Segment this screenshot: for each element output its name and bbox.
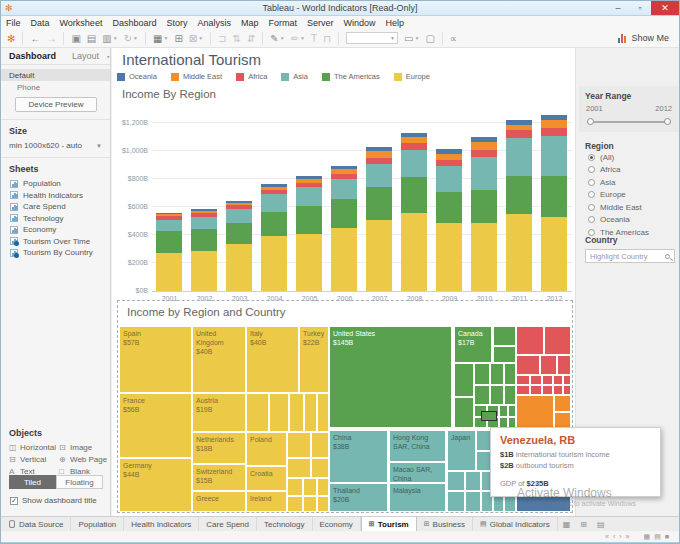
treemap-cell[interactable] bbox=[530, 385, 542, 395]
bar-segment-africa-2004[interactable] bbox=[261, 190, 287, 194]
bar-segment-the-americas-2003[interactable] bbox=[226, 223, 252, 244]
new-worksheet-button[interactable]: ▦ bbox=[558, 517, 576, 531]
status-nav-icon[interactable]: ▦ bbox=[642, 533, 653, 541]
treemap-cell[interactable] bbox=[563, 375, 571, 385]
device-phone-item[interactable]: Phone bbox=[1, 81, 110, 93]
bar-segment-oceania-2001[interactable] bbox=[156, 213, 182, 214]
treemap-cell[interactable] bbox=[287, 458, 311, 478]
bar-segment-oceania-2010[interactable] bbox=[471, 137, 497, 142]
new-dashboard-button[interactable]: ⊞ bbox=[575, 517, 592, 531]
bar-segment-oceania-2002[interactable] bbox=[191, 209, 217, 211]
bar-segment-asia-2012[interactable] bbox=[541, 136, 567, 177]
treemap-cell[interactable] bbox=[490, 363, 504, 385]
sheet-item-care-spend[interactable]: Care Spend bbox=[1, 201, 110, 213]
object-image[interactable]: ⊡Image bbox=[59, 443, 109, 452]
treemap-cell[interactable] bbox=[493, 346, 516, 363]
bar-segment-europe-2005[interactable] bbox=[296, 234, 322, 291]
bar-segment-the-americas-2008[interactable] bbox=[401, 177, 427, 213]
region-option-asia[interactable]: Asia bbox=[579, 176, 679, 189]
tab-tourism[interactable]: ⊞Tourism bbox=[361, 517, 417, 531]
legend-item-africa[interactable]: Africa bbox=[236, 72, 267, 81]
tab-population[interactable]: Population bbox=[71, 517, 124, 531]
treemap-cell-austria[interactable]: Austria$19B bbox=[192, 393, 246, 432]
treemap-cell-thailand[interactable]: Thailand$20B bbox=[329, 483, 388, 512]
show-me-button[interactable]: Show Me bbox=[618, 33, 669, 43]
bar-segment-oceania-2011[interactable] bbox=[506, 120, 532, 125]
treemap-cell[interactable] bbox=[504, 385, 516, 405]
treemap-cell-germany[interactable]: Germany$44B bbox=[119, 458, 192, 512]
tab-business[interactable]: ⊞Business bbox=[417, 517, 473, 531]
bar-segment-the-americas-2010[interactable] bbox=[471, 190, 497, 224]
object-vertical[interactable]: ⊟Vertical bbox=[9, 455, 59, 464]
treemap-cell[interactable] bbox=[516, 326, 544, 355]
slider-handle-left[interactable] bbox=[587, 118, 594, 125]
treemap-cell[interactable] bbox=[474, 363, 490, 385]
treemap-cell[interactable] bbox=[317, 393, 329, 432]
bar-segment-asia-2002[interactable] bbox=[191, 217, 217, 229]
menu-server[interactable]: Server bbox=[302, 18, 339, 28]
legend-item-asia[interactable]: Asia bbox=[281, 72, 308, 81]
new-worksheet-icon[interactable]: ▦▼ bbox=[150, 33, 171, 44]
bar-segment-middle-east-2012[interactable] bbox=[541, 120, 567, 128]
menu-analysis[interactable]: Analysis bbox=[192, 18, 236, 28]
treemap-cell[interactable] bbox=[553, 375, 563, 385]
region-option-africa[interactable]: Africa bbox=[579, 164, 679, 177]
swap-icon[interactable]: ⊐ bbox=[215, 33, 229, 44]
bar-segment-asia-2010[interactable] bbox=[471, 157, 497, 190]
undo-icon[interactable]: ← bbox=[27, 33, 43, 44]
treemap-cell[interactable] bbox=[317, 478, 329, 496]
bar-segment-middle-east-2011[interactable] bbox=[506, 125, 532, 131]
bar-segment-europe-2006[interactable] bbox=[331, 228, 357, 291]
treemap-cell-malaysia[interactable]: Malaysia bbox=[389, 483, 446, 512]
fix-axes-icon[interactable]: ⊓ bbox=[320, 33, 334, 44]
bar-segment-europe-2004[interactable] bbox=[261, 236, 287, 291]
menu-file[interactable]: File bbox=[1, 18, 26, 28]
treemap-cell[interactable] bbox=[553, 385, 563, 395]
menu-story[interactable]: Story bbox=[161, 18, 192, 28]
bar-segment-asia-2003[interactable] bbox=[226, 209, 252, 223]
treemap-cell-ireland[interactable]: Ireland bbox=[246, 491, 287, 512]
treemap-cell[interactable] bbox=[493, 326, 516, 346]
bar-segment-the-americas-2004[interactable] bbox=[261, 212, 287, 237]
bar-segment-the-americas-2012[interactable] bbox=[541, 176, 567, 217]
menu-map[interactable]: Map bbox=[236, 18, 264, 28]
redo-icon[interactable]: → bbox=[43, 33, 59, 44]
fit-axis-icon[interactable]: ▭▼ bbox=[401, 33, 422, 44]
status-nav-icon[interactable]: « bbox=[603, 533, 611, 540]
status-nav-icon[interactable]: ■ bbox=[663, 533, 671, 540]
bar-segment-the-americas-2007[interactable] bbox=[366, 187, 392, 219]
size-dropdown[interactable]: min 1000x620 - auto ▼ bbox=[9, 141, 102, 150]
fit-dropdown[interactable]: ▼ bbox=[346, 32, 398, 44]
treemap-cell[interactable] bbox=[454, 397, 474, 428]
treemap-cell[interactable] bbox=[287, 496, 303, 512]
treemap-cell[interactable] bbox=[447, 491, 465, 512]
bar-segment-middle-east-2004[interactable] bbox=[261, 187, 287, 190]
treemap-cell[interactable] bbox=[516, 385, 530, 395]
tab-layout[interactable]: Layout bbox=[64, 51, 107, 61]
treemap-cell[interactable] bbox=[516, 395, 554, 430]
bar-segment-africa-2009[interactable] bbox=[436, 160, 462, 166]
treemap-cell[interactable] bbox=[540, 355, 557, 375]
treemap-cell[interactable] bbox=[499, 405, 508, 417]
bar-segment-middle-east-2008[interactable] bbox=[401, 137, 427, 143]
treemap-cell[interactable] bbox=[303, 478, 317, 496]
show-dashboard-title-checkbox[interactable]: ✓ bbox=[10, 497, 18, 505]
bar-segment-asia-2005[interactable] bbox=[296, 187, 322, 205]
treemap-cell-hong-kong-sar-china[interactable]: Hong Kong SAR, China bbox=[389, 430, 446, 462]
device-default-item[interactable]: Default bbox=[1, 69, 110, 81]
legend-item-middle-east[interactable]: Middle East bbox=[171, 72, 222, 81]
sort-ascending-icon[interactable]: ⇅ bbox=[230, 33, 244, 44]
treemap-cell[interactable] bbox=[317, 496, 329, 512]
treemap-cell[interactable] bbox=[516, 355, 540, 375]
object-web-page[interactable]: ⊕Web Page bbox=[59, 455, 109, 464]
tableau-logo-icon[interactable]: ✻ bbox=[4, 33, 18, 44]
tab-data-source[interactable]: Data Source bbox=[1, 517, 71, 531]
bar-segment-the-americas-2002[interactable] bbox=[191, 229, 217, 251]
share-icon[interactable]: ∝ bbox=[447, 33, 460, 44]
restore-button[interactable]: ▫ bbox=[629, 1, 651, 15]
treemap-cell[interactable] bbox=[554, 395, 571, 412]
sheet-item-economy[interactable]: Economy bbox=[1, 224, 110, 236]
treemap-cell[interactable] bbox=[465, 471, 481, 491]
country-search-input[interactable]: Highlight Country bbox=[585, 249, 675, 263]
bar-segment-oceania-2009[interactable] bbox=[436, 149, 462, 153]
